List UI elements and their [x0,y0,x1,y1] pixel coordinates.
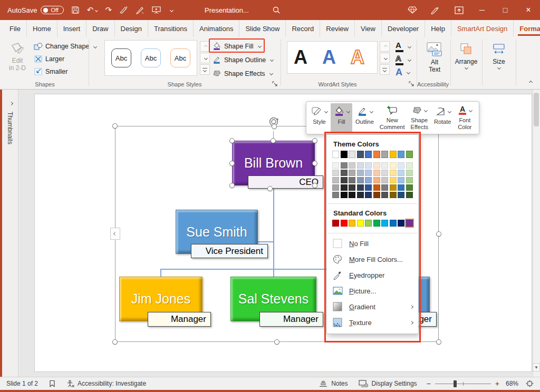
theme-color-swatch-7[interactable] [381,151,388,158]
collapse-ribbon-icon[interactable] [527,79,532,86]
notes-button[interactable]: Notes [313,380,353,387]
theme-variant-swatch[interactable] [406,184,413,191]
selection-handle[interactable] [436,231,441,237]
gallery-scroll-up-icon[interactable] [200,41,210,52]
standard-color-swatch-4[interactable] [357,220,364,227]
org-role-manager-3[interactable]: Manager [259,312,323,327]
gallery-scroll-down-icon[interactable] [200,53,210,63]
theme-variant-swatch[interactable] [373,170,380,176]
thumbnails-panel[interactable]: Thumbnails [2,90,18,377]
search-icon[interactable] [272,6,281,14]
theme-variant-swatch[interactable] [341,170,348,176]
fit-to-window-icon[interactable] [520,380,540,387]
shape-style-preset-3[interactable]: Abc [170,48,190,67]
theme-color-swatch-1[interactable] [332,151,339,158]
tab-review[interactable]: Review [320,20,355,37]
selection-handle[interactable] [312,161,317,166]
theme-variant-swatch[interactable] [373,177,380,183]
format-painter-icon[interactable] [119,6,128,14]
accessibility-status[interactable]: Accessibility: Investigate [61,380,151,388]
theme-variant-swatch[interactable] [365,184,372,191]
theme-variant-swatch[interactable] [406,177,413,183]
zoom-level[interactable]: 68% [504,380,520,387]
selection-handle[interactable] [271,138,276,143]
theme-variant-swatch[interactable] [398,184,404,191]
menu-item-eyedropper[interactable]: Eyedropper [327,267,418,283]
gallery-more-icon[interactable] [200,64,210,75]
mini-fill-button[interactable]: Fill [331,103,352,132]
text-fill-button[interactable]: A [396,41,411,52]
theme-variant-swatch[interactable] [341,162,348,169]
selection-handle[interactable] [229,183,235,188]
theme-variant-swatch[interactable] [390,177,397,183]
theme-variant-swatch[interactable] [398,162,404,169]
smaller-button[interactable]: Smaller [34,67,68,76]
theme-color-swatch-5[interactable] [365,151,372,158]
selection-handle[interactable] [229,138,235,143]
theme-variant-swatch[interactable] [398,170,404,176]
scroll-down-button[interactable]: ▼ [533,363,540,371]
present-icon[interactable] [152,6,161,14]
theme-variant-swatch[interactable] [373,192,380,198]
maximize-button[interactable]: □ [494,0,517,20]
zoom-slider-thumb[interactable] [454,380,457,387]
selection-handle[interactable] [312,183,317,188]
theme-variant-swatch[interactable] [349,162,355,169]
theme-variant-swatch[interactable] [406,162,413,169]
size-button[interactable]: Size [485,42,513,69]
org-role-manager-2[interactable]: Manager [148,312,211,327]
mini-new-comment-button[interactable]: New Comment [377,103,408,132]
wordart-style-blue[interactable]: A [322,48,336,67]
tab-home[interactable]: Home [27,20,57,37]
theme-variant-swatch[interactable] [381,184,388,191]
pen-sparkle-icon[interactable] [424,0,447,20]
standard-color-swatch-9[interactable] [398,220,404,227]
theme-variant-swatch[interactable] [341,177,348,183]
mini-style-button[interactable]: Style [308,103,330,132]
theme-variant-swatch[interactable] [381,177,388,183]
standard-color-swatch-6[interactable] [373,220,380,227]
theme-variant-swatch[interactable] [390,184,397,191]
theme-variant-swatch[interactable] [390,162,397,169]
theme-variant-swatch[interactable] [332,162,339,169]
theme-color-swatch-6[interactable] [373,151,380,158]
menu-item-texture[interactable]: Texture [327,315,418,330]
wordart-style-orange[interactable]: A [351,48,364,67]
theme-variant-swatch[interactable] [332,192,339,198]
zoom-in-button[interactable]: + [495,379,499,388]
draw-pen-icon[interactable] [136,6,144,14]
theme-variant-swatch[interactable] [349,192,355,198]
theme-variant-swatch[interactable] [365,177,372,183]
tab-draw[interactable]: Draw [86,20,114,37]
org-role-vice-president-1[interactable]: Vice President [191,244,268,258]
selection-handle[interactable] [436,339,441,345]
theme-variant-swatch[interactable] [357,170,364,176]
wordart-scroll-up-icon[interactable] [380,41,390,52]
mini-shape-effects-button[interactable]: Shape Effects [408,103,431,132]
selection-handle[interactable] [112,123,118,129]
theme-color-swatch-3[interactable] [349,151,355,158]
theme-variant-swatch[interactable] [349,170,355,176]
spellcheck-icon[interactable] [43,380,61,387]
presenter-window-icon[interactable] [447,0,470,20]
expand-thumbnails-icon[interactable] [9,102,13,105]
redo-icon[interactable]: ↷ [105,5,112,15]
theme-color-swatch-9[interactable] [398,151,404,158]
standard-color-swatch-7[interactable] [381,220,388,227]
standard-color-swatch-1[interactable] [332,220,339,227]
theme-variant-swatch[interactable] [332,184,339,191]
standard-color-swatch-5[interactable] [365,220,372,227]
theme-variant-swatch[interactable] [406,170,413,176]
slide-indicator[interactable]: Slide 1 of 2 [0,380,43,387]
tab-record[interactable]: Record [286,20,320,37]
tab-animations[interactable]: Animations [194,20,239,37]
theme-variant-swatch[interactable] [365,162,372,169]
menu-item-gradient[interactable]: Gradient [327,299,418,315]
mini-outline-button[interactable]: Outline [353,103,377,132]
tab-slide-show[interactable]: Slide Show [239,20,286,37]
theme-variant-swatch[interactable] [349,184,355,191]
theme-variant-swatch[interactable] [381,162,388,169]
tab-developer[interactable]: Developer [382,20,425,37]
selection-handle[interactable] [312,138,317,143]
alt-text-button[interactable]: Alt Text [421,42,448,73]
